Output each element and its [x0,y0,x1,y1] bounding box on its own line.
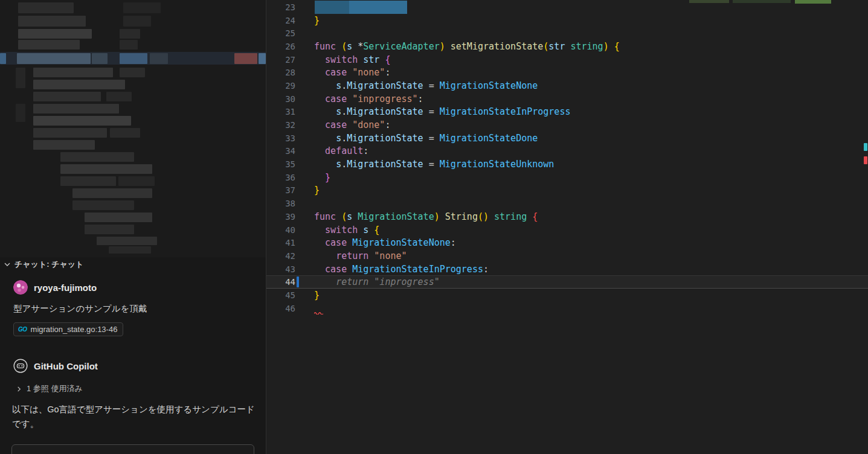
selection-highlight [349,1,407,14]
code-token: = [423,159,440,170]
chat-section-header[interactable]: チャット: チャット [4,259,83,270]
redacted-block [17,53,91,64]
code-token [336,211,341,222]
line-number[interactable]: 44 [266,277,295,287]
code-token: string [494,211,527,222]
modified-indicator [297,277,299,287]
code-line[interactable]: 30 case "inprogress": [266,92,868,106]
code-token: : [483,264,489,275]
code-text: } [303,289,868,302]
code-line[interactable]: 29 s.MigrationState = MigrationStateNone [266,79,868,92]
redacted-block [259,53,266,64]
references-toggle[interactable]: 1 参照 使用済み [16,383,83,394]
line-number[interactable]: 34 [266,146,295,156]
code-line[interactable]: 44 return "inprogress" [266,275,868,289]
code-token: MigrationStateNone [352,237,451,248]
redacted-block [33,104,119,114]
line-number[interactable]: 40 [266,225,295,235]
code-token: case [325,237,347,248]
chevron-right-icon[interactable] [16,386,22,392]
code-token [314,145,325,156]
line-number[interactable]: 46 [266,304,295,313]
assistant-name: GitHub Copilot [34,361,98,371]
code-text: case "done": [303,118,868,132]
line-number[interactable]: 32 [266,120,295,130]
redacted-block [60,152,134,162]
line-number[interactable]: 45 [266,290,295,300]
line-number[interactable]: 23 [266,2,295,12]
chat-user-row: ryoya-fujimoto [13,280,97,295]
code-line[interactable]: 25 [266,27,868,40]
line-number[interactable]: 30 [266,94,295,104]
line-number[interactable]: 43 [266,264,295,274]
code-token [565,41,570,52]
code-token: s [363,225,368,235]
chat-input[interactable] [11,444,254,454]
code-line[interactable]: 45} [266,289,868,302]
line-number[interactable]: 26 [266,42,295,51]
code-line[interactable]: 26func (s *ServiceAdapter) setMigrationS… [266,40,868,53]
code-line[interactable]: 40 switch s { [266,223,868,237]
code-token: MigrationState [347,106,423,117]
redacted-block [16,68,25,88]
code-line[interactable]: 42 return "none" [266,249,868,263]
line-number[interactable]: 39 [266,212,295,222]
code-line[interactable]: 34 default: [266,145,868,158]
code-token [489,211,494,222]
code-line[interactable]: 38 [266,197,868,210]
code-line[interactable]: 39func (s MigrationState) String() strin… [266,210,868,223]
assistant-message: 以下は、Go言語で型アサーションを使用するサンプルコードです。 [12,402,256,431]
code-text: default: [303,145,868,158]
overview-mark[interactable] [864,143,867,151]
code-line[interactable]: 32 case "done": [266,118,868,132]
redacted-block [33,68,113,77]
line-number[interactable]: 29 [266,81,295,91]
code-line[interactable]: 33 s.MigrationState = MigrationStateDone [266,132,868,145]
line-number[interactable]: 27 [266,55,295,65]
code-text: func (s *ServiceAdapter) setMigrationSta… [303,40,868,53]
redacted-block [85,213,152,222]
code-token: func [314,211,336,222]
code-line[interactable]: 24} [266,14,868,27]
code-line[interactable]: 27 switch str { [266,53,868,66]
overview-ruler[interactable] [863,0,868,454]
gutter-decoration [295,302,303,315]
code-line[interactable]: 36 } [266,171,868,184]
line-number[interactable]: 41 [266,238,295,248]
line-number[interactable]: 31 [266,107,295,117]
code-token: ( [543,41,548,52]
gutter-decoration [295,27,303,40]
line-number[interactable]: 42 [266,251,295,261]
line-number[interactable]: 28 [266,68,295,77]
line-number[interactable]: 24 [266,16,295,25]
code-text: case "none": [303,66,868,79]
line-number[interactable]: 33 [266,133,295,143]
line-number[interactable]: 35 [266,159,295,169]
code-token: . [341,106,347,117]
code-editor[interactable]: 2324}2526func (s *ServiceAdapter) setMig… [266,0,868,454]
code-line[interactable]: 23 [266,1,868,14]
code-token: MigrationStateUnknown [440,159,555,170]
overview-mark[interactable] [864,156,867,164]
attached-file-chip[interactable]: GO migration_state.go:13-46 [13,322,123,336]
redacted-content [0,0,266,257]
gutter-decoration [295,184,303,197]
gutter-decoration [295,53,303,66]
line-number[interactable]: 25 [266,28,295,38]
code-line[interactable]: 35 s.MigrationState = MigrationStateUnkn… [266,158,868,171]
line-number[interactable]: 37 [266,185,295,195]
code-token: = [423,133,440,144]
code-text: s.MigrationState = MigrationStateDone [303,132,868,145]
redacted-block [120,29,140,39]
code-line[interactable]: 43 case MigrationStateInProgress: [266,263,868,276]
code-line[interactable]: 31 s.MigrationState = MigrationStateInPr… [266,106,868,119]
code-line[interactable]: 46 [266,302,868,315]
line-number[interactable]: 38 [266,199,295,208]
code-token: "done" [352,120,385,130]
code-line[interactable]: 41 case MigrationStateNone: [266,236,868,249]
code-line[interactable]: 37} [266,184,868,197]
chevron-down-icon[interactable] [4,261,11,268]
code-token: s [347,41,352,52]
line-number[interactable]: 36 [266,173,295,182]
code-line[interactable]: 28 case "none": [266,66,868,79]
